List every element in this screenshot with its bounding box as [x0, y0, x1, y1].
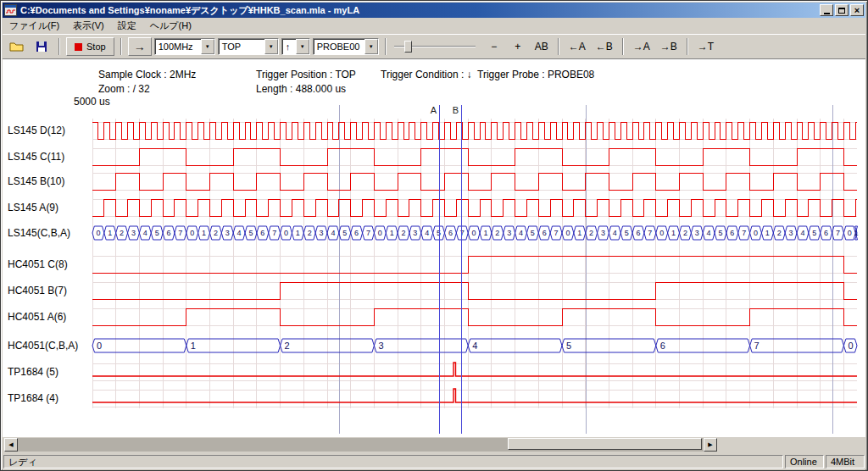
chevron-down-icon[interactable]: ▼: [296, 39, 309, 54]
trigger-position-select[interactable]: TOP ▼: [218, 38, 279, 55]
bus-value: 7: [742, 229, 746, 237]
signal-waveform: [92, 256, 857, 273]
zoom-slider[interactable]: [392, 38, 477, 55]
trigger-edge-select[interactable]: ↑ ▼: [281, 38, 310, 55]
chevron-down-icon[interactable]: ▼: [201, 39, 214, 54]
maximize-button[interactable]: [835, 4, 849, 16]
bus-value: 4: [613, 229, 617, 237]
menu-settings[interactable]: 設定: [111, 18, 143, 34]
zoom-slider-thumb[interactable]: [404, 41, 412, 53]
trigger-edge-value: ↑: [282, 42, 296, 52]
bus-value: 5: [566, 341, 571, 351]
stop-button[interactable]: Stop: [66, 37, 114, 56]
toolbar-separator: [687, 38, 688, 55]
bus-value: 3: [601, 229, 605, 237]
bus-value: 2: [683, 229, 687, 237]
bus-value: 6: [448, 229, 453, 237]
zoom-info: Zoom : / 32: [98, 83, 150, 95]
bus-value: 1: [202, 229, 206, 237]
bus-value: 7: [554, 229, 559, 237]
bus-value: 1: [390, 229, 394, 237]
next-b-button[interactable]: →B: [656, 37, 682, 56]
bus-value: 3: [413, 229, 417, 237]
bus-value: 0: [565, 229, 570, 237]
zoom-in-button[interactable]: +: [507, 37, 529, 56]
scroll-left-button[interactable]: ◀: [4, 438, 18, 452]
prev-b-button[interactable]: ←B: [592, 37, 617, 56]
scroll-right-button[interactable]: ▶: [704, 438, 717, 452]
bus-value: 3: [320, 229, 324, 237]
signal-waveform: [92, 122, 857, 139]
status-memory: 4MBit: [826, 455, 865, 468]
menu-view[interactable]: 表示(V): [66, 18, 111, 34]
bus-value: 4: [707, 229, 711, 237]
bus-value: 0: [659, 229, 664, 237]
zoom-out-button[interactable]: −: [483, 37, 505, 56]
ab-cursors-button[interactable]: AB: [531, 37, 553, 56]
toolbar-separator: [58, 38, 60, 55]
goto-trigger-button[interactable]: →T: [693, 37, 718, 56]
bus-value: 0: [848, 341, 853, 351]
sample-rate-value: 100MHz: [155, 42, 201, 52]
next-a-button[interactable]: →A: [629, 37, 654, 56]
bus-value: 5: [248, 229, 253, 237]
bus-value: 4: [143, 229, 147, 237]
bus-value: 4: [800, 229, 804, 237]
bus-value: 5: [531, 229, 535, 237]
prev-a-button[interactable]: ←A: [565, 37, 590, 56]
probe-value: PROBE00: [314, 42, 364, 52]
bus-value: 1: [191, 341, 196, 351]
run-button[interactable]: →: [128, 37, 152, 56]
bus-value: 7: [178, 229, 182, 237]
bus-value: 5: [812, 229, 816, 237]
bus-value: 6: [730, 229, 734, 237]
signal-waveform: [92, 199, 857, 216]
titlebar: C:¥Documents and Settings¥noname¥デスクトップ¥…: [3, 3, 865, 18]
bus-value: 5: [718, 229, 722, 237]
scrollbar-track[interactable]: [18, 438, 704, 452]
bus-value: 6: [542, 229, 547, 237]
horizontal-scrollbar[interactable]: ◀ ▶: [4, 438, 717, 452]
stop-icon: [75, 43, 82, 51]
trigger-probe-info: Trigger Probe : PROBE08: [477, 69, 594, 80]
toolbar-separator: [120, 38, 122, 55]
bus-value: 2: [285, 341, 290, 351]
bus-value: 7: [648, 229, 652, 237]
bus-value: 1: [671, 229, 676, 237]
waveform-area: 5000 us LS145 D(12)LS145 C(11)LS145 B(10…: [3, 97, 865, 437]
bus-value: 1: [483, 229, 487, 237]
menu-help[interactable]: ヘルプ(H): [143, 18, 198, 34]
bus-value: 6: [167, 229, 171, 237]
statusbar: レディ Online 4MBit: [3, 453, 865, 470]
bus-value: 0: [754, 229, 758, 237]
probe-select[interactable]: PROBE00 ▼: [313, 38, 379, 55]
scrollbar-thumb[interactable]: [508, 438, 702, 450]
save-button[interactable]: [31, 37, 53, 56]
bus-value: 4: [331, 229, 335, 237]
bus-value: 5: [625, 229, 629, 237]
bus-value: 1: [577, 229, 581, 237]
maximize-icon: [838, 8, 845, 14]
bus-value: 1: [765, 229, 770, 237]
sample-rate-select[interactable]: 100MHz ▼: [154, 38, 215, 55]
bus-value: 1: [296, 229, 300, 237]
bus-value: 0: [284, 229, 288, 237]
bus-value: 2: [777, 229, 782, 237]
signal-waveform: [92, 173, 857, 190]
chevron-down-icon[interactable]: ▼: [264, 39, 278, 54]
bus-value: 2: [589, 229, 593, 237]
bus-value: 5: [342, 229, 347, 237]
open-file-button[interactable]: [6, 37, 28, 56]
menu-file[interactable]: ファイル(F): [3, 18, 66, 34]
open-folder-icon: [9, 41, 25, 53]
close-button[interactable]: ×: [850, 4, 864, 16]
bus-value: 0: [96, 229, 100, 237]
bus-value: 3: [789, 229, 793, 237]
stop-button-label: Stop: [86, 42, 106, 52]
cursor-nav-buttons: −+AB←A←B→A→B→T: [483, 37, 718, 56]
chevron-down-icon[interactable]: ▼: [364, 39, 378, 54]
bus-value: 0: [848, 229, 852, 237]
bus-value: 2: [214, 229, 218, 237]
minimize-button[interactable]: [820, 4, 833, 16]
waveform-svg: 0123456701234567012345670123456701234567…: [3, 97, 865, 437]
